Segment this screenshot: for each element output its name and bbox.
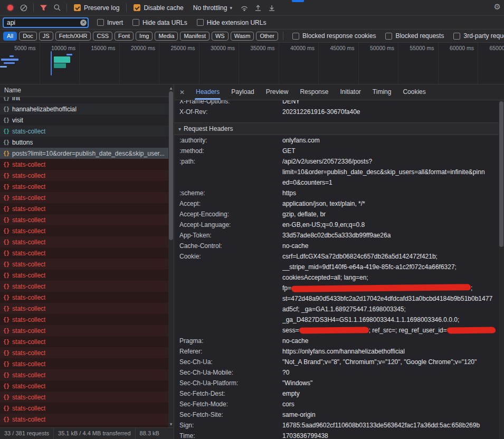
tab-preview[interactable]: Preview bbox=[260, 84, 294, 100]
chip-other[interactable]: Other bbox=[256, 32, 278, 41]
network-conditions-button[interactable] bbox=[237, 2, 251, 14]
request-row[interactable]: {}hannahelizabethofficial bbox=[0, 103, 168, 114]
request-name: stats-collect bbox=[12, 161, 45, 168]
preserve-log-checkbox[interactable]: Preserve log bbox=[74, 4, 119, 12]
filter-checkbox-hide-data-urls[interactable]: Hide data URLs bbox=[132, 19, 187, 26]
request-row[interactable]: {}stats-collect bbox=[0, 414, 168, 425]
request-row[interactable]: {}stats-collect bbox=[0, 403, 168, 414]
request-row[interactable]: {}stats-collect bbox=[0, 236, 168, 247]
close-details-button[interactable]: ✕ bbox=[174, 89, 190, 96]
scrollbar-thumb[interactable] bbox=[499, 101, 503, 247]
request-row[interactable]: {}stats-collect bbox=[0, 325, 168, 336]
request-row[interactable]: {}stats-collect bbox=[0, 281, 168, 292]
disable-cache-checkbox[interactable]: Disable cache bbox=[134, 4, 183, 12]
chip-manifest[interactable]: Manifest bbox=[180, 32, 210, 41]
header-value: empty bbox=[282, 388, 499, 399]
header-value-line: st=472d48a90d5433bfc2a2d17042e4dfdcafd31… bbox=[282, 293, 499, 304]
import-har-button[interactable] bbox=[251, 2, 265, 14]
request-row[interactable]: {}stats-collect bbox=[0, 392, 168, 403]
header-row: Sec-Ch-Ua-Platform:"Windows" bbox=[174, 378, 499, 388]
type-checkbox-blocked-requests[interactable]: Blocked requests bbox=[385, 32, 444, 40]
script-icon: {} bbox=[3, 317, 9, 322]
request-row[interactable]: {}stats-collect bbox=[0, 181, 168, 192]
scrollbar-thumb[interactable] bbox=[169, 91, 173, 240]
clear-button[interactable] bbox=[17, 2, 31, 14]
chip-doc[interactable]: Doc bbox=[19, 32, 37, 41]
network-conditions-icon bbox=[240, 4, 249, 12]
filter-checkbox-invert[interactable]: Invert bbox=[97, 19, 123, 26]
chip-wasm[interactable]: Wasm bbox=[231, 32, 254, 41]
request-row[interactable]: {}stats-collect bbox=[0, 314, 168, 325]
name-column-header[interactable]: Name bbox=[0, 84, 174, 97]
tab-payload[interactable]: Payload bbox=[225, 84, 260, 100]
resources-size: 88.3 kB bbox=[136, 428, 164, 439]
request-row[interactable]: {}stats-collect bbox=[0, 380, 168, 392]
details-tabbar: ✕ HeadersPayloadPreviewResponseInitiator… bbox=[174, 84, 504, 100]
request-row[interactable]: {}visit bbox=[0, 114, 168, 126]
header-value: application/json, text/plain, */* bbox=[282, 198, 499, 209]
chip-js[interactable]: JS bbox=[39, 32, 53, 41]
request-row[interactable]: {}stats-collect bbox=[0, 192, 168, 203]
request-row[interactable]: {}stats-collect bbox=[0, 170, 168, 181]
request-row[interactable]: {}stats-collect bbox=[0, 369, 168, 380]
request-row[interactable]: {}stats-collect bbox=[0, 336, 168, 347]
script-icon: {} bbox=[3, 97, 9, 101]
request-name: hannahelizabethofficial bbox=[12, 106, 77, 113]
request-row[interactable]: {}stats-collect bbox=[0, 358, 168, 369]
request-row[interactable]: {}stats-collect bbox=[0, 270, 168, 281]
chip-font[interactable]: Font bbox=[115, 32, 134, 41]
request-row[interactable]: {}buttons bbox=[0, 137, 168, 148]
record-button[interactable] bbox=[3, 2, 17, 14]
chip-all[interactable]: All bbox=[3, 32, 17, 41]
type-checkbox-3rd-party-requests[interactable]: 3rd-party requests bbox=[453, 32, 504, 40]
requests-scrollbar[interactable]: ▲ ▼ bbox=[168, 84, 174, 427]
details-scrollbar[interactable] bbox=[499, 100, 504, 439]
chip-media[interactable]: Media bbox=[155, 32, 178, 41]
chip-img[interactable]: Img bbox=[136, 32, 153, 41]
tab-response[interactable]: Response bbox=[294, 84, 334, 100]
settings-button[interactable]: ⚙ bbox=[494, 2, 501, 12]
header-value: 16785:5aad9602cf110608b03133de563642fac1… bbox=[282, 420, 499, 431]
chip-css[interactable]: CSS bbox=[93, 32, 112, 41]
header-row: Accept:application/json, text/plain, */* bbox=[174, 198, 499, 209]
export-har-button[interactable] bbox=[265, 2, 279, 14]
overview-activity-bar bbox=[54, 56, 70, 63]
throttling-dropdown[interactable]: No throttling ▾ bbox=[193, 4, 232, 12]
tab-timing[interactable]: Timing bbox=[367, 84, 397, 100]
script-icon: {} bbox=[3, 161, 9, 167]
request-name: stats-collect bbox=[12, 371, 45, 379]
filter-input[interactable] bbox=[3, 17, 89, 28]
request-row[interactable]: {}stats-collect bbox=[0, 259, 168, 270]
chip-ws[interactable]: WS bbox=[212, 32, 229, 41]
scroll-down-icon[interactable]: ▼ bbox=[168, 422, 174, 426]
clear-filter-icon[interactable]: ✕ bbox=[80, 20, 87, 26]
checkbox-label: Blocked response cookies bbox=[302, 32, 376, 40]
filter-checkbox-hide-extension-urls[interactable]: Hide extension URLs bbox=[197, 19, 267, 26]
timeline-overview[interactable]: 5000 ms10000 ms15000 ms20000 ms25000 ms3… bbox=[0, 43, 504, 84]
request-row[interactable]: {}stats-collect bbox=[0, 303, 168, 314]
request-row[interactable]: {}stats-collect bbox=[0, 247, 168, 259]
search-button[interactable] bbox=[50, 2, 64, 14]
script-icon: {} bbox=[3, 394, 9, 400]
request-row[interactable]: {}stats-collect bbox=[0, 292, 168, 303]
redaction-scribble bbox=[447, 327, 496, 334]
type-checkbox-blocked-response-cookies[interactable]: Blocked response cookies bbox=[292, 32, 376, 40]
request-row[interactable]: {}posts?limit=10&order=publish_date_desc… bbox=[0, 148, 168, 159]
tab-cookies[interactable]: Cookies bbox=[397, 84, 431, 100]
chip-fetch-xhr[interactable]: Fetch/XHR bbox=[55, 32, 91, 41]
scroll-up-icon[interactable]: ▲ bbox=[168, 86, 174, 90]
request-rows: {}init{}hannahelizabethofficial{}visit{}… bbox=[0, 97, 168, 427]
network-toolbar: Preserve log Disable cache No throttling… bbox=[0, 0, 504, 16]
request-row[interactable]: {}stats-collect bbox=[0, 159, 168, 170]
tab-headers[interactable]: Headers bbox=[190, 84, 225, 100]
request-row[interactable]: {}stats-collect bbox=[0, 214, 168, 225]
request-headers-section-header[interactable]: ▾Request Headers bbox=[174, 122, 499, 135]
request-row[interactable]: {}stats-collect bbox=[0, 225, 168, 236]
filter-toggle-button[interactable] bbox=[36, 2, 50, 14]
request-row[interactable]: {}stats-collect bbox=[0, 203, 168, 214]
header-row: Pragma:no-cache bbox=[174, 336, 499, 346]
request-row[interactable]: {}stats-collect bbox=[0, 347, 168, 358]
request-row[interactable]: {}init bbox=[0, 97, 168, 103]
tab-initiator[interactable]: Initiator bbox=[334, 84, 366, 100]
request-row[interactable]: {}stats-collect bbox=[0, 126, 168, 137]
